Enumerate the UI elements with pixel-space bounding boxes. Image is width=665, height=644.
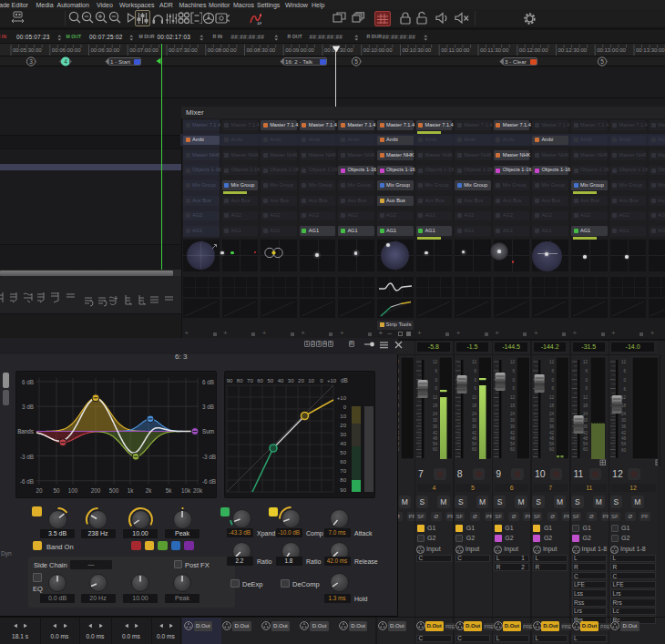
svg-text:30: 30 (472, 418, 477, 423)
svg-text:12: 12 (621, 360, 627, 364)
svg-text:36: 36 (472, 424, 477, 429)
svg-text:AB: AB (257, 21, 261, 25)
svg-text:12: 12 (472, 395, 477, 400)
svg-text:20k: 20k (193, 487, 203, 494)
svg-text:1k: 1k (128, 487, 135, 494)
svg-text:6: 6 (585, 369, 588, 373)
svg-text:18: 18 (433, 404, 438, 408)
svg-text:00:08:30:00: 00:08:30:00 (247, 47, 276, 53)
svg-text:00:08:00:00: 00:08:00:00 (208, 47, 237, 53)
svg-text:54: 54 (582, 442, 588, 446)
svg-text:70: 70 (340, 468, 346, 474)
svg-text:18: 18 (472, 404, 477, 408)
svg-text:-6 dB: -6 dB (20, 478, 34, 485)
svg-text:30: 30 (340, 432, 346, 437)
svg-text:40: 40 (278, 378, 284, 383)
svg-text:0: 0 (343, 404, 347, 410)
svg-text:100: 100 (68, 487, 78, 494)
svg-text:12: 12 (582, 360, 588, 364)
svg-text:200: 200 (91, 487, 101, 494)
svg-text:3: 3 (29, 58, 33, 65)
svg-text:60: 60 (472, 447, 477, 452)
svg-text:12: 12 (433, 360, 438, 364)
svg-text:00:13:00:00: 00:13:00:00 (597, 47, 626, 53)
svg-text:00:10:30:00: 00:10:30:00 (403, 47, 432, 53)
svg-text:500: 500 (109, 487, 119, 494)
svg-text:18: 18 (549, 404, 555, 408)
svg-text:dB: dB (341, 377, 348, 383)
svg-text:42: 42 (433, 431, 438, 435)
svg-text:00:11:00:00: 00:11:00:00 (441, 47, 470, 53)
svg-text:00:10:00:00: 00:10:00:00 (363, 47, 393, 53)
svg-text:0: 0 (474, 378, 476, 383)
svg-text:6: 6 (474, 387, 476, 392)
svg-text:36: 36 (433, 424, 438, 429)
svg-text:54: 54 (472, 442, 477, 446)
svg-text:12: 12 (549, 360, 555, 364)
svg-text:10: 10 (340, 414, 346, 419)
svg-text:36: 36 (582, 424, 588, 429)
svg-text:30: 30 (288, 378, 294, 383)
svg-text:60: 60 (549, 447, 555, 452)
svg-text:12: 12 (621, 395, 627, 400)
svg-text:00:11:30:00: 00:11:30:00 (480, 47, 509, 53)
svg-text:5: 5 (354, 58, 358, 65)
svg-text:+10: +10 (337, 395, 347, 401)
svg-text:00:05:30:00: 00:05:30:00 (13, 47, 42, 53)
svg-text:2k: 2k (146, 487, 153, 494)
svg-text:18: 18 (510, 404, 516, 408)
svg-text:Sum: Sum (202, 428, 214, 434)
svg-text:3 dB: 3 dB (22, 404, 34, 410)
svg-text:00:13:30:00: 00:13:30:00 (636, 47, 665, 53)
svg-text:60: 60 (257, 378, 263, 383)
svg-text:60: 60 (433, 447, 438, 452)
svg-text:42: 42 (510, 431, 516, 435)
svg-text:36: 36 (510, 424, 516, 429)
svg-text:12: 12 (510, 395, 516, 400)
svg-text:00:09:00:00: 00:09:00:00 (285, 47, 314, 53)
svg-text:6: 6 (624, 369, 627, 373)
svg-text:6: 6 (585, 387, 588, 392)
svg-text:24: 24 (621, 412, 627, 416)
svg-text:24: 24 (549, 412, 555, 416)
svg-text:42: 42 (549, 431, 555, 435)
svg-text:6 dB: 6 dB (22, 379, 34, 385)
svg-text:12: 12 (433, 395, 438, 400)
svg-text:6: 6 (551, 387, 554, 392)
svg-text:30: 30 (433, 418, 438, 423)
svg-text:00:06:00:00: 00:06:00:00 (52, 47, 81, 53)
svg-text:30: 30 (621, 418, 627, 423)
svg-text:30: 30 (549, 418, 555, 423)
svg-text:-3 dB: -3 dB (202, 454, 216, 460)
svg-text:90: 90 (340, 487, 346, 493)
svg-text:18: 18 (621, 404, 627, 408)
svg-text:48: 48 (510, 436, 516, 441)
svg-text:50: 50 (267, 378, 273, 383)
svg-text:0: 0 (585, 378, 588, 383)
svg-text:54: 54 (433, 442, 438, 446)
svg-text:3 dB: 3 dB (202, 404, 214, 410)
svg-text:42: 42 (582, 431, 588, 435)
svg-text:-6 dB: -6 dB (202, 478, 216, 485)
svg-text:00:07:00:00: 00:07:00:00 (129, 47, 159, 53)
svg-text:00:07:30:00: 00:07:30:00 (169, 47, 198, 53)
svg-text:54: 54 (621, 442, 627, 446)
svg-text:12: 12 (549, 395, 555, 400)
svg-text:42: 42 (472, 431, 477, 435)
svg-text:48: 48 (549, 436, 555, 441)
svg-text:+10: +10 (327, 378, 337, 383)
svg-text:6: 6 (435, 369, 438, 373)
svg-text:50: 50 (340, 450, 346, 455)
svg-text:00:12:30:00: 00:12:30:00 (558, 47, 588, 53)
svg-text:60: 60 (340, 459, 346, 465)
svg-text:0: 0 (513, 378, 516, 383)
svg-text:20: 20 (36, 487, 43, 494)
svg-text:18: 18 (582, 404, 588, 408)
svg-text:12: 12 (582, 395, 588, 400)
svg-text:36: 36 (549, 424, 555, 429)
svg-text:40: 40 (340, 441, 346, 446)
svg-text:6: 6 (551, 369, 554, 373)
svg-text:10: 10 (308, 378, 314, 383)
svg-text:80: 80 (340, 477, 346, 483)
svg-text:20: 20 (340, 423, 346, 428)
